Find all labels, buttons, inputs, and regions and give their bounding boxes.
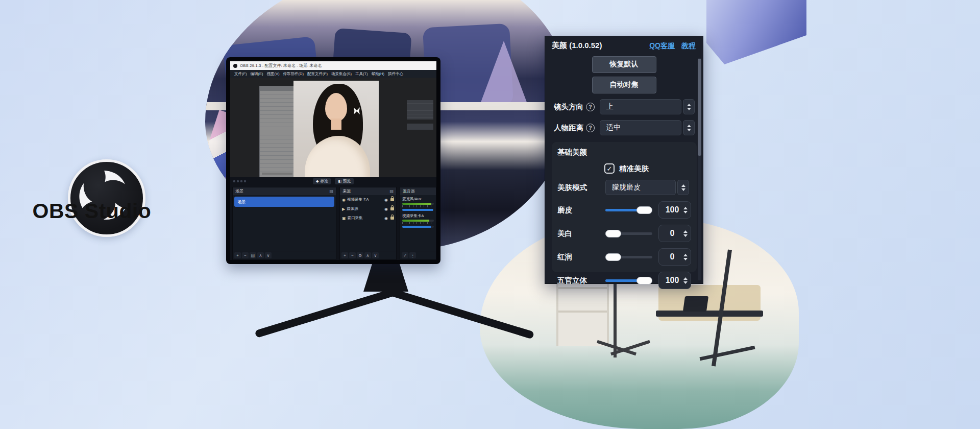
mixer-channel: 视频采集卡A <box>400 212 436 229</box>
layers-icon[interactable]: ▤ <box>389 189 394 194</box>
mixer-channel-name: 视频采集卡A <box>402 213 434 219</box>
layers-icon[interactable]: ▤ <box>329 189 333 194</box>
restore-defaults-button[interactable]: 恢复默认 <box>592 56 656 73</box>
menu-item-view[interactable]: 视图(V) <box>267 72 280 77</box>
tutorial-link[interactable]: 教程 <box>681 41 696 51</box>
chevron-down-icon <box>687 129 691 131</box>
scene-up-button[interactable]: ∧ <box>257 252 264 258</box>
whitening-label: 美白 <box>557 229 605 239</box>
menu-item-scene-collection[interactable]: 场景集合(S) <box>331 72 352 77</box>
menu-item-edit[interactable]: 编辑(E) <box>251 72 263 77</box>
camera-direction-spinner[interactable] <box>683 99 695 114</box>
stepper-down-icon[interactable] <box>683 211 688 213</box>
source-row[interactable]: ▣ 窗口采集 ◉ <box>340 213 396 223</box>
panel-scrollbar[interactable] <box>698 58 701 280</box>
obs-window-titlebar: OBS 29.1.3 - 配置文件: 未命名 - 场景: 未命名 <box>230 61 436 70</box>
add-scene-button[interactable]: + <box>234 252 241 258</box>
obs-window-icon <box>233 64 237 68</box>
whitening-slider[interactable] <box>605 232 652 235</box>
scene-row-selected[interactable]: 场景 <box>234 197 334 207</box>
lock-icon[interactable] <box>390 198 394 201</box>
remove-source-button[interactable]: − <box>349 252 356 258</box>
help-icon[interactable]: ? <box>586 103 595 111</box>
source-row[interactable]: ▶ 媒体源 ◉ <box>340 204 396 213</box>
facial-definition-slider[interactable] <box>605 279 652 282</box>
smooth-skin-label: 磨皮 <box>557 205 605 215</box>
mixer-more-button[interactable]: ⋮ <box>409 252 416 258</box>
portrait-image <box>293 81 379 177</box>
dock-scenes: 场景 ▤ 场景 + − ▤ ∧ ∨ <box>232 187 336 260</box>
menu-item-plugin-center[interactable]: 插件中心 <box>388 72 403 77</box>
facial-definition-stepper[interactable]: 100 <box>658 272 691 289</box>
media-source-icon: ▶ <box>342 207 345 211</box>
stepper-up-icon[interactable] <box>683 254 688 256</box>
rosy-slider[interactable] <box>605 256 652 258</box>
obs-docks: 场景 ▤ 场景 + − ▤ ∧ ∨ <box>230 185 436 260</box>
obs-logo-icon <box>68 159 145 237</box>
slider-thumb[interactable] <box>636 277 652 284</box>
eye-icon[interactable]: ◉ <box>384 207 388 211</box>
mixer-confirm-button[interactable]: ✓ <box>402 252 408 258</box>
view-mode-bar: ◆ 标准 ◧ 预览 <box>230 177 436 185</box>
rosy-stepper[interactable]: 0 <box>658 248 691 266</box>
source-label: 视频采集卡A <box>347 197 383 202</box>
portrait-face <box>325 93 347 122</box>
scrollbar-thumb[interactable] <box>698 59 701 156</box>
distance-select[interactable]: 适中 <box>600 120 681 135</box>
stepper-down-icon[interactable] <box>683 258 688 260</box>
menu-item-tools[interactable]: 工具(T) <box>355 72 368 77</box>
lock-icon[interactable] <box>390 207 394 210</box>
precise-skin-checkbox[interactable]: ✓ <box>604 163 615 174</box>
dock-sources-title: 来源 <box>342 188 351 194</box>
autofocus-button[interactable]: 自动对焦 <box>592 77 656 93</box>
dock-scenes-header: 场景 ▤ <box>233 187 336 195</box>
menu-item-file[interactable]: 文件(F) <box>234 72 247 77</box>
menu-item-profile[interactable]: 配置文件(P) <box>307 72 328 77</box>
menu-item-docks[interactable]: 停靠部件(D) <box>283 72 304 77</box>
eye-icon[interactable]: ◉ <box>384 198 388 202</box>
meter-ticks <box>402 205 434 207</box>
meter-ticks <box>402 222 434 224</box>
beauty-filter-panel: 美颜 (1.0.0.52) QQ客服 教程 恢复默认 自动对焦 镜头方向 ? 上… <box>545 36 703 284</box>
stepper-up-icon[interactable] <box>683 230 688 233</box>
source-up-button[interactable]: ∧ <box>364 252 371 258</box>
facial-definition-label: 五官立体 <box>557 276 605 285</box>
source-properties-button[interactable]: ⚙ <box>357 252 363 258</box>
add-source-button[interactable]: + <box>341 252 348 258</box>
camera-source-icon: ◉ <box>342 198 346 202</box>
stepper-down-icon[interactable] <box>683 281 688 284</box>
laptop-shape <box>683 296 708 312</box>
eye-icon[interactable]: ◉ <box>384 216 388 221</box>
camera-direction-label: 镜头方向 <box>554 102 583 112</box>
lock-icon[interactable] <box>390 217 394 220</box>
view-mode-preview-button[interactable]: ◧ 预览 <box>335 178 354 184</box>
whitening-slider-row: 美白 0 <box>557 225 691 242</box>
source-down-button[interactable]: ∨ <box>372 252 379 258</box>
skin-mode-spinner[interactable] <box>677 180 689 195</box>
scene-down-button[interactable]: ∨ <box>265 252 272 258</box>
source-row[interactable]: ◉ 视频采集卡A ◉ <box>340 195 396 204</box>
menu-item-help[interactable]: 帮助(H) <box>372 72 384 77</box>
view-mode-standard-button[interactable]: ◆ 标准 <box>313 178 331 184</box>
smooth-skin-stepper[interactable]: 100 <box>658 201 691 219</box>
stepper-down-icon[interactable] <box>683 234 688 237</box>
slider-thumb[interactable] <box>605 253 621 261</box>
diamond-icon: ◆ <box>316 179 318 183</box>
skin-mode-select[interactable]: 朦胧磨皮 <box>605 180 676 195</box>
smooth-skin-slider[interactable] <box>605 209 652 211</box>
dock-sources: 来源 ▤ ◉ 视频采集卡A ◉ ▶ 媒体源 ◉ <box>339 187 397 260</box>
qq-support-link[interactable]: QQ客服 <box>649 41 675 51</box>
camera-direction-select[interactable]: 上 <box>600 99 681 114</box>
slider-thumb[interactable] <box>636 206 652 214</box>
volume-slider[interactable] <box>402 226 434 228</box>
slider-thumb[interactable] <box>605 230 621 237</box>
stepper-up-icon[interactable] <box>683 207 688 209</box>
distance-spinner[interactable] <box>683 120 695 135</box>
scene-filters-button[interactable]: ▤ <box>250 252 256 258</box>
volume-slider[interactable] <box>402 209 434 211</box>
help-icon[interactable]: ? <box>586 124 595 132</box>
whitening-stepper[interactable]: 0 <box>658 225 691 242</box>
remove-scene-button[interactable]: − <box>242 252 249 258</box>
rosy-value: 0 <box>661 252 683 261</box>
stepper-up-icon[interactable] <box>683 277 688 280</box>
